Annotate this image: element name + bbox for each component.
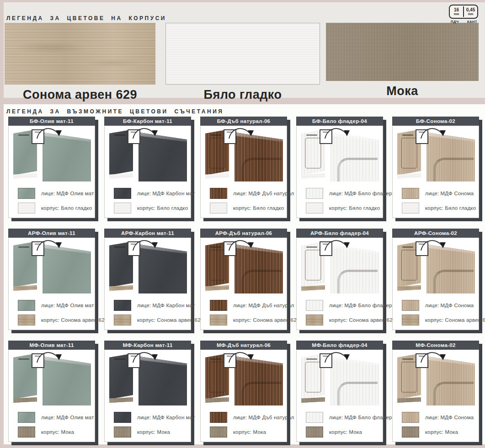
body-color-swatch <box>18 315 35 325</box>
combo-card-body: лице: МДФ Олив мат корпус: Сонома арвен … <box>8 238 95 330</box>
combo-card-title: МФ-Олив мат-11 <box>29 342 74 348</box>
door-illustration <box>393 126 479 183</box>
face-color-swatch <box>210 412 227 423</box>
combo-card-title: АРФ-Сонома-02 <box>414 230 457 236</box>
combo-card-body: лице: МДФ Бяло фладер корпус: Бяло гладк… <box>296 126 383 218</box>
zoom-arrow-icon <box>322 236 354 253</box>
face-legend-label: лице: МДФ Бяло фладер <box>329 415 392 420</box>
zoom-arrow-icon <box>322 124 354 141</box>
face-legend-label: лице: МДФ Сонома <box>425 415 474 420</box>
face-color-swatch <box>18 300 35 311</box>
body-legend: корпус: Мока <box>306 427 383 437</box>
body-legend: корпус: Мока <box>402 427 479 437</box>
body-legend-label: корпус: Мока <box>425 429 458 435</box>
zoom-arrow-icon <box>418 236 450 253</box>
combo-card-title: БФ-Дъб натурал-06 <box>217 118 271 124</box>
face-color-swatch <box>210 188 227 199</box>
combo-card: БФ-Карбон мат-11 лице: МДФ Карбон мат ко… <box>104 117 191 218</box>
combo-card-body: лице: МДФ Сонома корпус: Мока <box>392 350 479 442</box>
door-illustration <box>297 238 383 295</box>
combo-card-title: МФ-Сонома-02 <box>416 342 455 348</box>
white-smooth-texture <box>165 23 320 85</box>
face-legend: лице: МДФ Сонома <box>402 188 479 199</box>
combo-card-body: лице: МДФ Карбон мат корпус: Сонома арве… <box>104 238 191 330</box>
mocha-label: Мока <box>326 84 479 98</box>
combo-card: МФ-Карбон мат-11 лице: МДФ Карбон мат ко… <box>104 341 191 442</box>
body-legend: корпус: Мока <box>18 427 95 437</box>
face-legend-label: лице: МДФ Олив мат <box>41 415 94 420</box>
body-color-swatch <box>402 427 419 437</box>
body-color-swatch <box>18 203 35 213</box>
body-legend-label: корпус: Бяло гладко <box>41 205 92 211</box>
body-legend-label: корпус: Мока <box>137 429 170 435</box>
body-legend-label: корпус: Сонома арвен 629 <box>137 317 204 323</box>
body-legend-label: корпус: Мока <box>233 429 266 435</box>
door-illustration <box>393 238 479 295</box>
combo-card-title: МФ-Бяло фладер-04 <box>312 342 368 348</box>
face-color-swatch <box>306 300 323 311</box>
combo-card-title: БФ-Карбон мат-11 <box>123 118 172 124</box>
face-legend: лице: МДФ Карбон мат <box>114 188 191 199</box>
combo-card-title: АРФ-Олив мат-11 <box>28 230 75 236</box>
door-illustration <box>297 350 383 407</box>
face-legend-label: лице: МДФ Карбон мат <box>137 191 195 196</box>
body-legend: корпус: Бяло гладко <box>210 203 287 213</box>
face-legend: лице: МДФ Карбон мат <box>114 412 191 423</box>
body-colors-legend-title: ЛЕГЕНДА ЗА ЦВЕТОВЕ НА КОРПУСИ <box>6 15 166 21</box>
combo-card-body: лице: МДФ Олив мат корпус: Бяло гладко <box>8 126 95 218</box>
combo-card-title: БФ-Бяло фладер-04 <box>312 118 367 124</box>
body-color-swatch <box>114 315 131 325</box>
combo-card-body: лице: МДФ Бяло фладер корпус: Сонома арв… <box>296 238 383 330</box>
face-legend-label: лице: МДФ Дъб натурал <box>233 415 294 420</box>
edge-spec-box: 16 mm 0,45 mm ПДЧ КАНТ <box>449 5 478 24</box>
combo-card: БФ-Дъб натурал-06 лице: МДФ Дъб натурал … <box>200 117 287 218</box>
body-legend-label: корпус: Мока <box>41 429 74 435</box>
face-legend: лице: МДФ Сонома <box>402 300 479 311</box>
door-illustration <box>9 238 95 295</box>
thickness-labels: ПДЧ КАНТ <box>449 19 478 24</box>
face-color-swatch <box>306 188 323 199</box>
body-legend: корпус: Сонома арвен 629 <box>114 315 191 325</box>
zoom-arrow-icon <box>34 236 66 253</box>
body-color-swatch <box>306 203 323 213</box>
face-legend-label: лице: МДФ Бяло фладер <box>329 303 392 308</box>
body-legend-label: корпус: Сонома арвен 629 <box>425 317 485 323</box>
combo-card-body: лице: МДФ Дъб натурал корпус: Сонома арв… <box>200 238 287 330</box>
combo-card-body: лице: МДФ Бяло фладер корпус: Мока <box>296 350 383 442</box>
body-legend-label: корпус: Мока <box>329 429 362 435</box>
face-legend-label: лице: МДФ Бяло фладер <box>329 191 392 196</box>
combo-grid: БФ-Олив мат-11 лице: МДФ Олив мат корпус… <box>8 117 479 442</box>
body-legend: корпус: Сонома арвен 629 <box>306 315 383 325</box>
combo-card: БФ-Бяло фладер-04 лице: МДФ Бяло фладер … <box>296 117 383 218</box>
combo-card-body: лице: МДФ Дъб натурал корпус: Мока <box>200 350 287 442</box>
face-legend: лице: МДФ Олив мат <box>18 300 95 311</box>
face-legend: лице: МДФ Олив мат <box>18 188 95 199</box>
door-illustration <box>9 350 95 407</box>
face-color-swatch <box>18 412 35 423</box>
face-color-swatch <box>114 300 131 311</box>
edge-label: КАНТ <box>467 20 477 24</box>
combo-card: МФ-Олив мат-11 лице: МДФ Олив мат корпус… <box>8 341 95 442</box>
combo-card: БФ-Сонома-02 лице: МДФ Сонома корпус: Бя… <box>392 117 479 218</box>
swatch-sonoma-arven: Сонома арвен 629 <box>5 23 155 102</box>
zoom-arrow-icon <box>226 124 258 141</box>
combo-card: МФ-Сонома-02 лице: МДФ Сонома корпус: Мо… <box>392 341 479 442</box>
body-legend-label: корпус: Бяло гладко <box>329 205 380 211</box>
face-legend-label: лице: МДФ Карбон мат <box>137 415 195 420</box>
sonoma-arven-label: Сонома арвен 629 <box>5 88 155 102</box>
body-legend: корпус: Бяло гладко <box>114 203 191 213</box>
body-legend: корпус: Бяло гладко <box>306 203 383 213</box>
swatch-mocha: Мока <box>326 23 479 102</box>
door-illustration <box>105 238 191 295</box>
body-legend: корпус: Мока <box>210 427 287 437</box>
door-illustration <box>201 238 287 295</box>
face-legend: лице: МДФ Сонома <box>402 412 479 423</box>
face-color-swatch <box>18 188 35 199</box>
combo-card: МФ-Бяло фладер-04 лице: МДФ Бяло фладер … <box>296 341 383 442</box>
body-color-swatch <box>114 203 131 213</box>
board-label: ПДЧ <box>451 20 458 24</box>
body-legend: корпус: Сонома арвен 629 <box>18 315 95 325</box>
face-color-swatch <box>402 412 419 423</box>
door-illustration <box>297 126 383 183</box>
combo-card-title: АРФ-Дъб натурал-06 <box>215 230 272 236</box>
